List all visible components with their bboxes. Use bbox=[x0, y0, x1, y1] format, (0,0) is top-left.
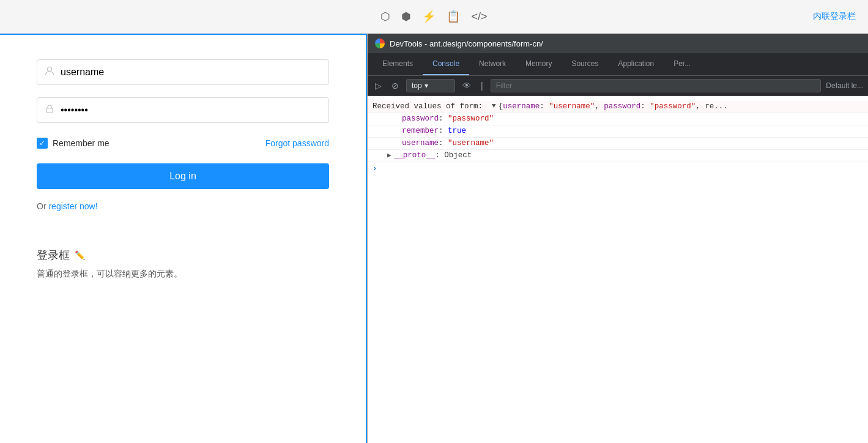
register-link[interactable]: register now! bbox=[48, 201, 97, 211]
checkbox-icon: ✓ bbox=[37, 138, 48, 149]
browser-toolbar: ⬡ ⬢ ⚡ 📋 </> 内联登录栏 bbox=[0, 0, 868, 34]
received-values-label: Received values of form: bbox=[373, 102, 492, 111]
tab-console[interactable]: Console bbox=[423, 53, 469, 75]
devtools-title: DevTools - ant.design/components/form-cn… bbox=[390, 39, 543, 48]
devtools-console-output: Received values of form: ▼ { username : … bbox=[368, 96, 868, 443]
console-remember-line: remember : true bbox=[368, 125, 868, 138]
context-selector[interactable]: top ▾ bbox=[406, 79, 455, 92]
chevron-down-icon: ▾ bbox=[425, 81, 428, 90]
login-panel: ✓ Remember me Forgot password Log in Or … bbox=[0, 34, 367, 443]
devtools-panel: DevTools - ant.design/components/form-cn… bbox=[367, 34, 868, 443]
register-row: Or register now! bbox=[37, 201, 329, 211]
password-form-group bbox=[37, 97, 329, 123]
separator: | bbox=[478, 78, 486, 93]
remember-me-label: Remember me bbox=[53, 138, 109, 148]
console-username-key: username bbox=[503, 102, 540, 111]
devtools-tabs: Elements Console Network Memory Sources … bbox=[368, 53, 868, 76]
chrome-icon bbox=[375, 39, 385, 48]
tab-sources[interactable]: Sources bbox=[562, 53, 608, 75]
block-icon[interactable]: ⊘ bbox=[389, 78, 401, 93]
console-password-value-inline: "password" bbox=[650, 102, 696, 111]
username-expand-key: username bbox=[402, 139, 439, 147]
password-input[interactable] bbox=[61, 105, 321, 116]
bottom-description: 普通的登录框，可以容纳更多的元素。 bbox=[37, 269, 329, 280]
username-expand-value: "username" bbox=[448, 139, 494, 147]
tab-network[interactable]: Network bbox=[469, 53, 516, 75]
toolbar-icons-group: ⬡ ⬢ ⚡ 📋 </> bbox=[380, 10, 487, 23]
console-proto-line: ▶ __proto__ : Object bbox=[368, 150, 868, 162]
user-icon bbox=[45, 66, 54, 78]
devtools-console-toolbar: ▷ ⊘ top ▾ 👁 | Default le... bbox=[368, 76, 868, 96]
console-object-open: { bbox=[499, 102, 503, 111]
expand-icon[interactable]: ▼ bbox=[492, 102, 496, 110]
cube-icon[interactable]: ⬢ bbox=[401, 10, 411, 23]
3d-box-icon[interactable]: ⬡ bbox=[380, 10, 390, 23]
inline-login-label: 内联登录栏 bbox=[813, 11, 856, 22]
remember-forgot-row: ✓ Remember me Forgot password bbox=[37, 138, 329, 149]
tab-memory[interactable]: Memory bbox=[516, 53, 562, 75]
console-username-value: "username" bbox=[549, 102, 595, 111]
devtools-titlebar: DevTools - ant.design/components/form-cn… bbox=[368, 34, 868, 53]
tab-performance[interactable]: Per... bbox=[664, 53, 700, 75]
edit-icon[interactable]: ✏️ bbox=[75, 250, 85, 260]
proto-key: __proto__ bbox=[394, 151, 436, 160]
login-button[interactable]: Log in bbox=[37, 163, 329, 189]
username-input[interactable] bbox=[61, 67, 321, 78]
filter-input[interactable] bbox=[491, 79, 822, 92]
forgot-password-link[interactable]: Forgot password bbox=[265, 138, 329, 148]
bottom-section-title: 登录框 ✏️ bbox=[37, 248, 329, 262]
eye-icon[interactable]: 👁 bbox=[460, 78, 473, 93]
console-prompt: › bbox=[368, 162, 868, 176]
run-icon[interactable]: ▷ bbox=[373, 78, 384, 93]
prompt-arrow-icon: › bbox=[373, 165, 377, 173]
clipboard-icon[interactable]: 📋 bbox=[447, 10, 460, 23]
bottom-title-text: 登录框 bbox=[37, 248, 70, 262]
context-value: top bbox=[412, 81, 422, 90]
password-input-wrapper[interactable] bbox=[37, 97, 329, 123]
svg-rect-1 bbox=[46, 108, 53, 113]
username-form-group bbox=[37, 59, 329, 85]
console-username-line: username : "username" bbox=[368, 138, 868, 150]
password-expand-value: "password" bbox=[448, 114, 494, 123]
main-area: ✓ Remember me Forgot password Log in Or … bbox=[0, 34, 868, 443]
bottom-section: 登录框 ✏️ 普通的登录框，可以容纳更多的元素。 bbox=[37, 248, 329, 280]
tab-application[interactable]: Application bbox=[608, 53, 664, 75]
username-input-wrapper[interactable] bbox=[37, 59, 329, 85]
lock-icon bbox=[45, 104, 54, 116]
remember-key: remember bbox=[402, 127, 439, 135]
console-password-line: password : "password" bbox=[368, 113, 868, 125]
console-password-key-inline: password bbox=[604, 102, 640, 111]
proto-expand-icon[interactable]: ▶ bbox=[387, 151, 391, 159]
default-levels-label: Default le... bbox=[826, 81, 863, 90]
remember-value: true bbox=[448, 127, 466, 135]
lightning-icon[interactable]: ⚡ bbox=[422, 10, 436, 23]
register-prefix: Or bbox=[37, 201, 48, 211]
remember-me-checkbox[interactable]: ✓ Remember me bbox=[37, 138, 109, 149]
svg-point-0 bbox=[48, 67, 52, 72]
tab-elements[interactable]: Elements bbox=[373, 53, 423, 75]
code-icon[interactable]: </> bbox=[471, 10, 487, 23]
password-expand-key: password bbox=[402, 114, 439, 123]
proto-value: Object bbox=[444, 151, 472, 160]
console-received-line: Received values of form: ▼ { username : … bbox=[368, 101, 868, 113]
